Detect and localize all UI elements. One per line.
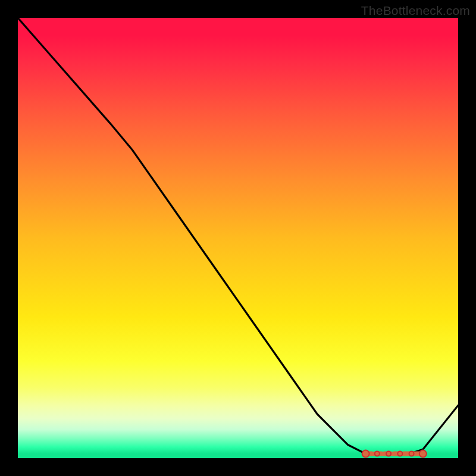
svg-point-2 [386, 452, 391, 456]
watermark-text: TheBottleneck.com [361, 4, 470, 18]
svg-point-4 [409, 452, 414, 456]
svg-point-0 [362, 450, 369, 458]
svg-point-5 [419, 450, 427, 458]
svg-point-1 [375, 452, 380, 456]
svg-point-3 [397, 452, 402, 456]
bottleneck-curve [18, 18, 458, 454]
chart-overlay-svg [18, 18, 458, 458]
chart-root: TheBottleneck.com [0, 0, 476, 476]
